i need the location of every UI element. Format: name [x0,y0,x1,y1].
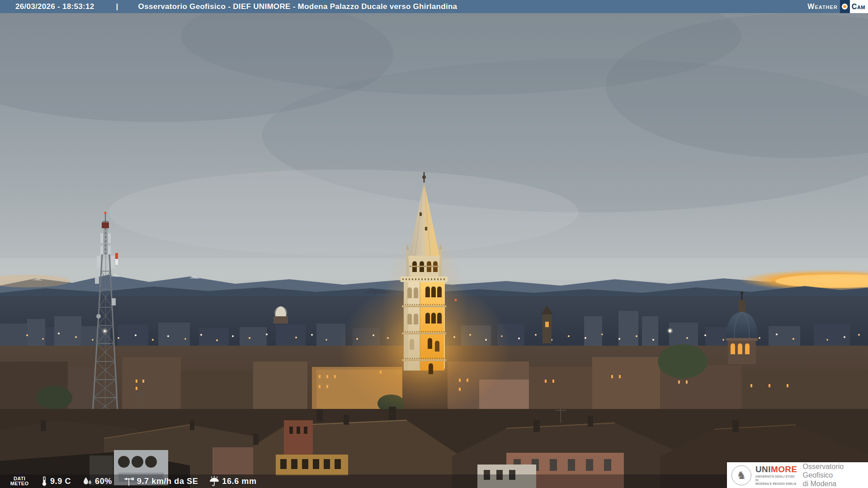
observatory-name: Osservatorio Geofisico di Modena [803,462,868,488]
rain-value: 16.6 mm [222,477,256,486]
header-bar: 26/03/2026 - 18:53:12 | Osservatorio Geo… [0,0,868,13]
unimore-crest-icon: ♞ [731,465,751,485]
webcam-photo [0,0,868,488]
weathercam-weather-text: Weather [807,3,838,11]
meteo-label: DATI METEO [9,476,30,486]
rain-item: 16.6 mm [209,476,256,487]
humidity-icon [82,476,93,486]
thermometer-icon [41,476,48,487]
wind-vane-icon [123,476,135,487]
weathercam-cam-text: Cam [850,0,868,13]
temperature-item: 9.9 C [41,476,71,487]
temperature-value: 9.9 C [50,477,71,486]
rain-umbrella-icon [209,476,220,487]
humidity-value: 60% [95,477,112,486]
webcam-title: Osservatorio Geofisico - DIEF UNIMORE - … [138,2,458,11]
unimore-wordmark: UNIMORE UNIVERSITÀ DEGLI STUDI DI MODENA… [755,465,797,486]
wind-item: 9.7 km/h da SE [123,476,198,487]
wind-value: 9.7 km/h da SE [137,477,198,486]
webcam-frame: 26/03/2026 - 18:53:12 | Osservatorio Geo… [0,0,868,488]
weathercam-lens-icon [840,0,850,13]
unimore-branding: ♞ UNIMORE UNIVERSITÀ DEGLI STUDI DI MODE… [727,462,868,488]
weathercam-box: Cam [840,0,868,13]
datetime-text: 26/03/2026 - 18:53:12 [15,2,94,11]
humidity-item: 60% [82,476,112,486]
small-dome [274,306,288,324]
header-separator: | [116,2,118,11]
weathercam-logo: Weather Cam [807,0,868,13]
